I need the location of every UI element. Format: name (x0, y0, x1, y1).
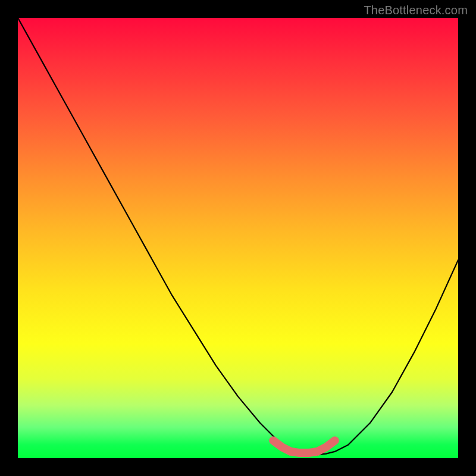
watermark-text: TheBottleneck.com (364, 4, 468, 17)
chart-container: TheBottleneck.com (0, 0, 476, 476)
plot-area (18, 18, 458, 458)
accent-segment (273, 440, 335, 453)
curve-svg (18, 18, 458, 458)
bottleneck-curve (18, 18, 458, 455)
